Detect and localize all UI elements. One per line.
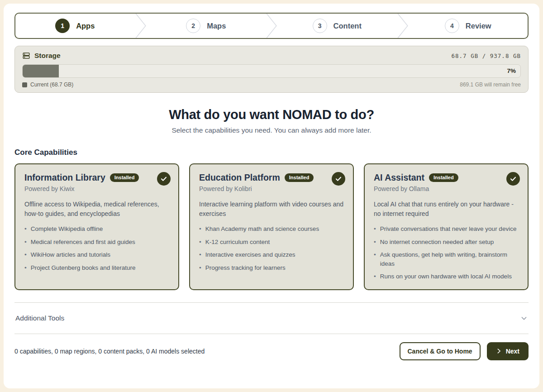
card-powered-by: Powered by Ollama [374, 185, 519, 192]
cancel-button[interactable]: Cancel & Go to Home [400, 342, 481, 360]
step-content[interactable]: 3 Content [277, 14, 397, 38]
storage-free-note: 869.1 GB will remain free [460, 81, 521, 88]
storage-progress-fill [23, 65, 59, 77]
step-separator-icon [266, 14, 277, 38]
step-label: Review [466, 22, 491, 30]
bullet-icon: • [374, 238, 376, 247]
feature-text: Progress tracking for learners [205, 263, 286, 272]
card-title: Information Library [24, 172, 105, 183]
bullet-icon: • [199, 225, 201, 234]
feature-item: •Khan Academy math and science courses [199, 225, 344, 234]
legend-label: Current (68.7 GB) [30, 81, 73, 88]
feature-item: •Project Gutenberg books and literature [24, 263, 169, 272]
next-button[interactable]: Next [487, 342, 529, 360]
card-powered-by: Powered by Kiwix [24, 185, 169, 192]
next-button-label: Next [506, 348, 519, 355]
feature-text: Interactive exercises and quizzes [205, 250, 295, 259]
feature-item: •Complete Wikipedia offline [24, 225, 169, 234]
card-feature-list: •Complete Wikipedia offline •Medical ref… [24, 225, 169, 272]
bullet-icon: • [374, 250, 376, 268]
additional-tools-label: Additional Tools [15, 314, 64, 322]
step-number: 2 [186, 19, 200, 33]
step-label: Apps [76, 22, 95, 30]
legend-swatch [22, 82, 27, 87]
section-divider [14, 334, 529, 334]
feature-text: Project Gutenberg books and literature [31, 263, 136, 272]
feature-item: •Medical references and first aid guides [24, 238, 169, 247]
capability-grid: Information Library Installed Powered by… [14, 163, 529, 290]
feature-text: Khan Academy math and science courses [205, 225, 319, 234]
check-icon [332, 172, 345, 186]
step-number: 4 [445, 19, 459, 33]
wizard-footer: 0 capabilities, 0 map regions, 0 content… [14, 342, 529, 360]
feature-item: •Interactive exercises and quizzes [199, 250, 344, 259]
bullet-icon: • [199, 250, 201, 259]
check-icon [157, 172, 171, 186]
card-description: Interactive learning platform with video… [199, 200, 344, 219]
main-panel: 1 Apps 2 Maps 3 Content 4 Review [4, 4, 539, 388]
card-feature-list: •Private conversations that never leave … [374, 225, 519, 281]
bullet-icon: • [199, 263, 201, 272]
step-separator-icon [135, 14, 147, 38]
bullet-icon: • [24, 250, 27, 259]
wizard-stepper: 1 Apps 2 Maps 3 Content 4 Review [14, 13, 529, 39]
step-maps[interactable]: 2 Maps [147, 14, 266, 38]
page-title: What do you want NOMAD to do? [14, 107, 529, 122]
step-review[interactable]: 4 Review [409, 14, 528, 38]
feature-text: K-12 curriculum content [205, 238, 270, 247]
feature-text: Medical references and first aid guides [31, 238, 135, 247]
feature-item: •Runs on your own hardware with local AI… [374, 272, 519, 281]
installed-badge: Installed [429, 173, 458, 182]
bullet-icon: • [24, 225, 27, 234]
page-subtitle: Select the capabilities you need. You ca… [14, 126, 529, 134]
feature-item: •Ask questions, get help with writing, b… [374, 250, 519, 268]
feature-text: Ask questions, get help with writing, br… [380, 250, 519, 268]
feature-item: •K-12 curriculum content [199, 238, 344, 247]
feature-item: •Private conversations that never leave … [374, 225, 519, 234]
card-description: Offline access to Wikipedia, medical ref… [24, 200, 169, 219]
feature-text: WikiHow articles and tutorials [31, 250, 110, 259]
storage-legend: Current (68.7 GB) [22, 81, 73, 88]
step-label: Maps [207, 22, 226, 30]
feature-text: Runs on your own hardware with local AI … [380, 272, 512, 281]
selection-summary: 0 capabilities, 0 map regions, 0 content… [14, 348, 205, 355]
storage-panel: Storage 68.7 GB / 937.8 GB 7% Current (6… [14, 46, 529, 93]
capability-card-ai-assistant[interactable]: AI Assistant Installed Powered by Ollama… [364, 163, 529, 290]
step-number: 1 [55, 19, 70, 33]
feature-text: No internet connection needed after setu… [380, 238, 494, 247]
bullet-icon: • [199, 238, 201, 247]
bullet-icon: • [24, 238, 27, 247]
storage-icon [22, 52, 30, 60]
core-capabilities-heading: Core Capabilities [14, 148, 529, 157]
card-description: Local AI chat that runs entirely on your… [374, 200, 519, 219]
feature-item: •WikiHow articles and tutorials [24, 250, 169, 259]
installed-badge: Installed [285, 173, 314, 182]
step-apps[interactable]: 1 Apps [15, 14, 135, 38]
card-title: Education Platform [199, 172, 280, 183]
storage-percent: 7% [507, 65, 516, 77]
storage-progress-bar: 7% [22, 64, 521, 78]
installed-badge: Installed [110, 173, 139, 182]
additional-tools-toggle[interactable]: Additional Tools [14, 303, 529, 334]
step-separator-icon [397, 14, 409, 38]
feature-item: •Progress tracking for learners [199, 263, 344, 272]
feature-text: Complete Wikipedia offline [31, 225, 103, 234]
chevron-right-icon [496, 348, 502, 354]
card-feature-list: •Khan Academy math and science courses •… [199, 225, 344, 272]
card-powered-by: Powered by Kolibri [199, 185, 344, 192]
check-icon [506, 172, 520, 186]
feature-item: •No internet connection needed after set… [374, 238, 519, 247]
bullet-icon: • [374, 272, 376, 281]
storage-title: Storage [34, 52, 61, 60]
bullet-icon: • [374, 225, 376, 234]
feature-text: Private conversations that never leave y… [380, 225, 517, 234]
storage-usage: 68.7 GB / 937.8 GB [452, 53, 521, 59]
chevron-down-icon [520, 315, 528, 322]
step-label: Content [333, 22, 362, 30]
capability-card-information-library[interactable]: Information Library Installed Powered by… [14, 163, 179, 290]
card-title: AI Assistant [374, 172, 424, 183]
capability-card-education-platform[interactable]: Education Platform Installed Powered by … [189, 163, 354, 290]
bullet-icon: • [24, 263, 27, 272]
step-number: 3 [313, 19, 327, 33]
